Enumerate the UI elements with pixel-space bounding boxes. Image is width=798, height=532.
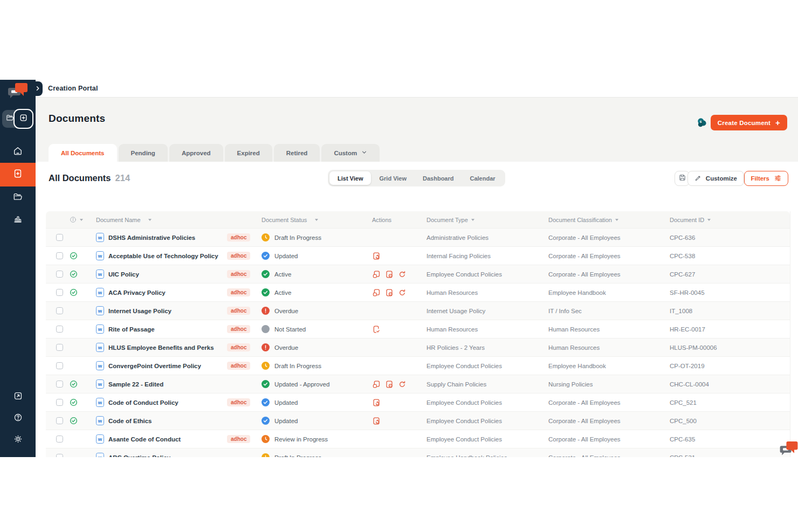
row-checkbox[interactable] [56, 234, 63, 241]
table-row[interactable]: wABC Overtime PolicyDraft In ProgressEmp… [46, 448, 790, 457]
document-name[interactable]: ConvergePoint Overtime Policy [108, 363, 201, 369]
tab-custom[interactable]: Custom [321, 144, 380, 162]
row-checkbox[interactable] [56, 381, 63, 388]
document-name[interactable]: ACA Privacy Policy [108, 289, 166, 296]
customize-button[interactable]: Customize [687, 171, 744, 186]
sidebar-item-home[interactable] [0, 141, 36, 163]
document-name[interactable]: Asante Code of Conduct [108, 436, 181, 443]
doc-settings-icon[interactable] [385, 270, 394, 279]
chat-widget-button[interactable] [778, 440, 798, 457]
row-checkbox[interactable] [56, 271, 63, 278]
document-name[interactable]: ABC Overtime Policy [108, 454, 170, 458]
doc-copy-icon[interactable] [372, 380, 381, 389]
approved-icon [70, 270, 78, 278]
document-name[interactable]: Code of Ethics [108, 418, 152, 424]
adhoc-badge: adhoc [227, 435, 250, 443]
row-checkbox[interactable] [56, 454, 63, 457]
document-name[interactable]: UIC Policy [108, 271, 139, 278]
doc-copy-icon[interactable] [372, 270, 381, 279]
portal-title: Creation Portal [48, 85, 98, 92]
workspace-create-button[interactable] [13, 109, 33, 129]
sidebar-item-settings[interactable] [0, 429, 36, 451]
section-count: 214 [115, 173, 130, 183]
word-doc-icon: w [96, 379, 104, 389]
plus-square-icon [19, 113, 28, 125]
table-row[interactable]: wConvergePoint Overtime PolicyadhocDraft… [46, 356, 790, 375]
row-checkbox[interactable] [56, 399, 63, 406]
row-checkbox[interactable] [56, 289, 63, 296]
row-checkbox[interactable] [56, 436, 63, 443]
sidebar-item-external-link[interactable] [0, 386, 36, 407]
word-doc-icon: w [96, 453, 104, 457]
document-name[interactable]: Code of Conduct Policy [108, 399, 178, 406]
document-name[interactable]: Sample 22 - Edited [108, 381, 163, 388]
table-row[interactable]: wAsante Code of ConductadhocReview in Pr… [46, 430, 790, 448]
sidebar-item-reports[interactable] [0, 209, 36, 231]
table-row[interactable]: wSample 22 - EditedUpdated - ApprovedSup… [46, 375, 790, 393]
create-document-button[interactable]: Create Document + [711, 115, 787, 130]
view-list-view[interactable]: List View [329, 171, 371, 185]
table-row[interactable]: wHLUS Employee Benefits and PerksadhocOv… [46, 338, 790, 356]
status-label: Draft In Progress [274, 454, 321, 458]
doc-check-icon[interactable] [372, 325, 381, 334]
refresh-icon[interactable] [398, 380, 407, 389]
doc-revise-icon[interactable] [372, 252, 381, 260]
info-icon[interactable] [70, 216, 77, 223]
filters-label: Filters [751, 175, 769, 182]
row-checkbox[interactable] [56, 326, 63, 333]
app-logo [6, 82, 30, 103]
sidebar-item-documents-folder[interactable] [0, 186, 36, 209]
document-name[interactable]: Rite of Passage [108, 326, 155, 333]
refresh-icon[interactable] [398, 288, 407, 297]
table-row[interactable]: wUIC PolicyadhocActiveEmployee Conduct P… [46, 265, 790, 283]
tab-approved[interactable]: Approved [169, 144, 223, 162]
table-row[interactable]: wDSHS Administrative PoliciesadhocDraft … [46, 228, 790, 246]
row-checkbox[interactable] [56, 307, 63, 314]
tab-all-documents[interactable]: All Documents [49, 144, 117, 162]
doc-revise-icon[interactable] [372, 417, 381, 425]
adhoc-badge: adhoc [227, 288, 250, 296]
tab-expired[interactable]: Expired [225, 144, 272, 162]
tab-pending[interactable]: Pending [119, 144, 168, 162]
filters-button[interactable]: Filters [744, 171, 788, 186]
row-checkbox[interactable] [56, 344, 63, 351]
doc-revise-icon[interactable] [372, 398, 381, 407]
view-grid-view[interactable]: Grid View [371, 171, 415, 185]
document-name[interactable]: HLUS Employee Benefits and Perks [108, 344, 214, 351]
view-calendar[interactable]: Calendar [462, 171, 504, 185]
table-row[interactable]: wCode of Conduct PolicyadhocUpdatedEmplo… [46, 393, 790, 411]
column-header-document-status[interactable]: Document Status [262, 217, 307, 223]
table-row[interactable]: wAcceptable Use of Technology Policyadho… [46, 246, 790, 265]
pencil-icon [694, 174, 702, 183]
document-name[interactable]: DSHS Administrative Policies [108, 234, 195, 241]
doc-copy-icon[interactable] [372, 288, 381, 297]
column-header-document-id[interactable]: Document ID [670, 217, 704, 223]
refresh-icon[interactable] [398, 270, 407, 279]
column-header-document-name[interactable]: Document Name [96, 217, 141, 223]
table-row[interactable]: wRite of PassageadhocNot StartedHuman Re… [46, 320, 790, 338]
tab-retired[interactable]: Retired [274, 144, 320, 162]
status-overdue-icon [262, 307, 270, 315]
word-doc-icon: w [96, 434, 104, 444]
row-checkbox[interactable] [56, 362, 63, 369]
sharepoint-icon[interactable]: s [697, 118, 707, 130]
status-review-icon [262, 435, 270, 443]
document-name[interactable]: Acceptable Use of Technology Policy [108, 253, 218, 259]
sidebar-item-create-document[interactable] [0, 163, 36, 186]
table-row[interactable]: wInternet Usage PolicyadhocOverdueIntern… [46, 301, 790, 320]
doc-settings-icon[interactable] [385, 380, 394, 389]
row-checkbox[interactable] [56, 252, 63, 259]
tab-label: Expired [237, 150, 260, 156]
column-header-document-type[interactable]: Document Type [426, 217, 468, 223]
row-checkbox[interactable] [56, 417, 63, 424]
sort-caret-icon[interactable] [80, 219, 83, 221]
doc-settings-icon[interactable] [385, 288, 394, 297]
sidebar-item-help[interactable] [0, 407, 36, 429]
document-id: CPC-531 [662, 448, 790, 457]
document-name[interactable]: Internet Usage Policy [108, 308, 171, 314]
column-header-document-classification[interactable]: Document Classification [548, 217, 612, 223]
view-dashboard[interactable]: Dashboard [415, 171, 462, 185]
document-type: Human Resources [419, 284, 541, 301]
table-row[interactable]: wACA Privacy PolicyadhocActiveHuman Reso… [46, 283, 790, 301]
table-row[interactable]: wCode of EthicsUpdatedEmployee Conduct P… [46, 411, 790, 430]
